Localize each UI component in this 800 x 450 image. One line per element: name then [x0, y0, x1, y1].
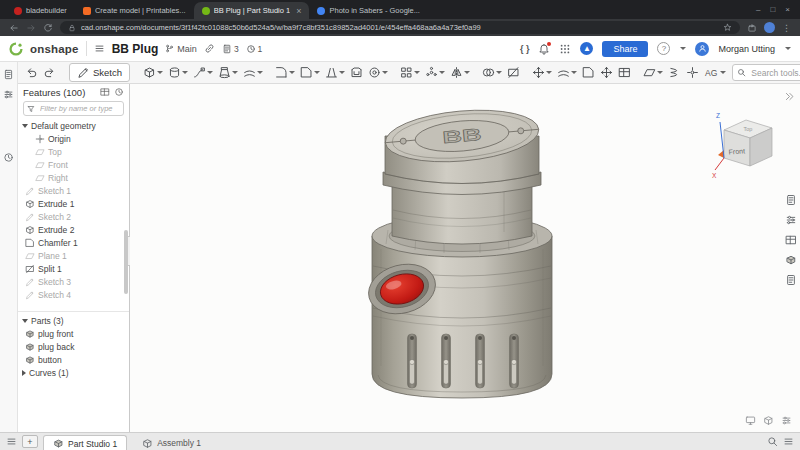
refresh-icon[interactable] [43, 23, 53, 33]
view-cube[interactable]: Top Front Z X [710, 104, 782, 180]
search-tools-input[interactable] [749, 67, 800, 79]
notices-panel-icon[interactable] [785, 274, 797, 286]
feature-item-default-geometry[interactable]: Default geometry [18, 119, 129, 132]
browser-tab-onshape-active[interactable]: BB Plug | Part Studio 1 × [194, 2, 310, 19]
move-face-button[interactable] [598, 64, 615, 82]
replace-face-button[interactable] [616, 64, 633, 82]
tab-assembly-1[interactable]: Assembly 1 [132, 435, 211, 450]
history-panel-icon[interactable] [3, 152, 14, 163]
helix-button[interactable] [666, 64, 683, 82]
transform-button[interactable] [530, 64, 554, 82]
thicken-button[interactable] [241, 64, 265, 82]
feature-item-split-1[interactable]: Split 1 [18, 262, 129, 275]
feature-item-top-plane[interactable]: Top [18, 145, 129, 158]
chamfer-button[interactable] [298, 64, 322, 82]
learning-center-icon[interactable]: ▲ [580, 42, 593, 55]
configurations-panel-icon[interactable] [785, 214, 797, 226]
forward-icon[interactable] [26, 23, 36, 33]
sweep-button[interactable] [191, 64, 215, 82]
feature-item-front-plane[interactable]: Front [18, 158, 129, 171]
redo-button[interactable] [41, 64, 58, 82]
view-orientation-icon[interactable] [763, 415, 774, 426]
graphics-viewport[interactable]: BB Top Front Z X [130, 84, 800, 432]
browser-menu-icon[interactable]: ⋮ [782, 23, 791, 33]
versions-badge[interactable]: 3 [222, 44, 239, 54]
url-bar[interactable]: cad.onshape.com/documents/3f1f42fc01088c… [60, 21, 740, 34]
feature-filter-input[interactable] [38, 103, 120, 114]
linear-pattern-button[interactable] [398, 64, 422, 82]
hole-button[interactable] [366, 64, 390, 82]
part-item-plug-front[interactable]: plug front [18, 327, 129, 340]
featurescript-icon[interactable]: { } [520, 44, 530, 54]
browser-tab-bladebuilder[interactable]: bladebuilder [6, 2, 75, 19]
browser-profile-avatar[interactable] [764, 22, 775, 33]
feature-item-origin[interactable]: Origin [18, 132, 129, 145]
feature-item-plane-1[interactable]: Plane 1 [18, 249, 129, 262]
document-menu-icon[interactable] [94, 43, 105, 54]
document-title[interactable]: BB Plug [112, 42, 159, 56]
undo-button[interactable] [23, 64, 40, 82]
rollback-history-icon[interactable] [114, 87, 124, 97]
part-item-plug-back[interactable]: plug back [18, 340, 129, 353]
feature-filter-box[interactable] [23, 101, 124, 116]
feature-list-options-icon[interactable] [100, 87, 110, 97]
draft-button[interactable] [323, 64, 347, 82]
split-button[interactable] [505, 64, 522, 82]
minimize-icon[interactable]: – [756, 5, 760, 14]
shell-button[interactable] [348, 64, 365, 82]
close-tab-icon[interactable]: × [296, 6, 301, 16]
fillet-button[interactable] [273, 64, 297, 82]
delete-face-button[interactable] [580, 64, 597, 82]
extensions-icon[interactable] [747, 23, 757, 33]
documents-panel-icon[interactable] [3, 69, 14, 80]
caret-right-icon[interactable] [22, 370, 26, 376]
offset-surface-button[interactable] [555, 64, 579, 82]
share-link-icon[interactable] [204, 43, 215, 54]
ag-dropdown[interactable]: AG [702, 68, 729, 78]
variables-panel-icon[interactable] [785, 254, 797, 266]
feature-item-extrude-2[interactable]: Extrude 2 [18, 223, 129, 236]
caret-down-icon[interactable] [22, 319, 28, 323]
help-caret-icon[interactable] [680, 47, 686, 50]
part-item-button[interactable]: button [18, 353, 129, 366]
user-name[interactable]: Morgan Utting [718, 44, 775, 54]
search-tools-box[interactable]: alt / [732, 64, 800, 81]
comments-panel-icon[interactable] [785, 194, 797, 206]
url-text[interactable]: cad.onshape.com/documents/3f1f42fc01088c… [81, 23, 718, 32]
feature-item-sketch-1[interactable]: Sketch 1 [18, 184, 129, 197]
3d-model-bb-plug[interactable]: BB [130, 84, 800, 432]
loft-button[interactable] [216, 64, 240, 82]
feature-item-extrude-1[interactable]: Extrude 1 [18, 197, 129, 210]
curves-header[interactable]: Curves (1) [18, 366, 129, 379]
tab-part-studio-1[interactable]: Part Studio 1 [43, 435, 127, 450]
back-icon[interactable] [9, 23, 19, 33]
help-icon[interactable]: ? [657, 42, 670, 55]
view-cube-top-label[interactable]: Top [744, 126, 753, 132]
caret-down-icon[interactable] [22, 124, 28, 128]
plane-button[interactable] [641, 64, 665, 82]
custom-tables-panel-icon[interactable] [785, 234, 797, 246]
close-window-icon[interactable]: × [785, 5, 790, 14]
parts-header[interactable]: Parts (3) [18, 314, 129, 327]
feature-item-sketch-3[interactable]: Sketch 3 [18, 275, 129, 288]
sketch-button[interactable]: Sketch [69, 63, 130, 82]
feature-item-chamfer-1[interactable]: Chamfer 1 [18, 236, 129, 249]
display-settings-icon[interactable] [745, 415, 756, 426]
feature-item-right-plane[interactable]: Right [18, 171, 129, 184]
apps-grid-icon[interactable] [559, 43, 571, 55]
workspace-name[interactable]: Main [165, 44, 197, 54]
configurations-panel-icon[interactable] [3, 89, 14, 100]
browser-tab-printables[interactable]: Create model | Printables... [75, 2, 194, 19]
search-tabs-icon[interactable] [767, 436, 778, 447]
bookmark-star-icon[interactable] [723, 23, 732, 32]
revolve-button[interactable] [166, 64, 190, 82]
browser-tab-google-photos[interactable]: Photo in Sabers - Google... [309, 2, 427, 19]
boolean-button[interactable] [480, 64, 504, 82]
add-tab-button[interactable]: + [22, 435, 38, 448]
mirror-button[interactable] [448, 64, 472, 82]
user-menu-caret-icon[interactable] [785, 47, 791, 50]
maximize-icon[interactable]: □ [770, 5, 775, 14]
circular-pattern-button[interactable] [423, 64, 447, 82]
point-button[interactable] [684, 64, 701, 82]
view-cube-front-label[interactable]: Front [728, 147, 745, 155]
